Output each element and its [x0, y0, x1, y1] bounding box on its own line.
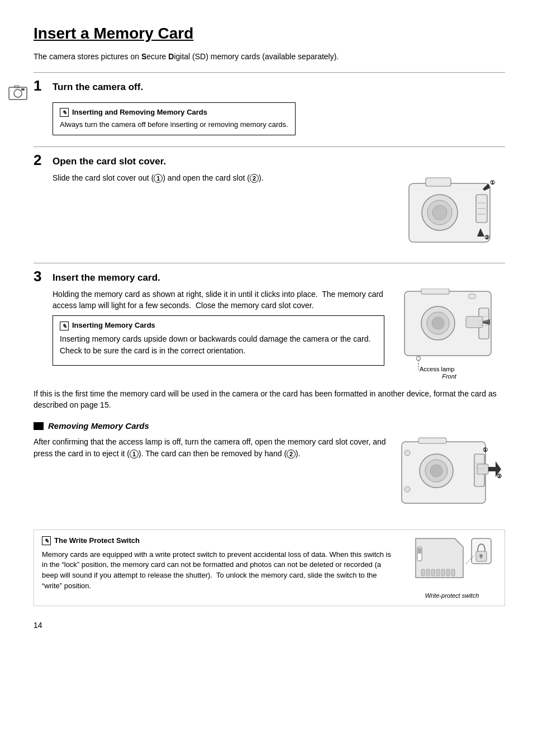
- svg-point-1: [14, 89, 22, 97]
- note-icon-2: ✎: [60, 322, 69, 330]
- svg-text:②: ②: [497, 473, 502, 479]
- svg-point-46: [404, 486, 410, 492]
- step-1-body: ✎ Inserting and Removing Memory Cards Al…: [34, 98, 505, 140]
- step-2-number: 2: [34, 153, 45, 167]
- note-icon-3: ✎: [42, 536, 51, 545]
- step-2-section: 2 Open the card slot cover. Slide the ca…: [34, 147, 505, 256]
- step-1-section: 1 Turn the camera off. ✎ Inserting and R…: [34, 72, 505, 140]
- note-icon: ✎: [60, 108, 69, 117]
- write-protect-text: ✎ The Write Protect Switch Memory cards …: [42, 536, 396, 592]
- step-3-section: 3 Insert the memory card. Holding the me…: [34, 263, 505, 381]
- step-2-image: ① ②: [393, 172, 505, 256]
- svg-rect-18: [421, 289, 449, 294]
- svg-rect-60: [480, 556, 482, 559]
- removing-title: Removing Memory Cards: [34, 420, 505, 432]
- step-3-note: ✎ Inserting Memory Cards Inserting memor…: [53, 315, 384, 365]
- svg-point-36: [430, 465, 442, 477]
- svg-rect-51: [436, 569, 440, 576]
- step-3-note-title: ✎ Inserting Memory Cards: [60, 320, 377, 331]
- step-1-title: Turn the camera off.: [53, 78, 143, 94]
- svg-text:①: ①: [490, 179, 495, 186]
- intro-text: The camera stores pictures on Secure Dig…: [34, 51, 505, 62]
- write-protect-caption: Write-protect switch: [407, 592, 497, 601]
- write-protect-title: ✎ The Write Protect Switch: [42, 536, 396, 546]
- svg-text:②: ②: [484, 234, 489, 240]
- step-1-number: 1: [34, 78, 45, 93]
- svg-rect-23: [466, 316, 483, 328]
- svg-point-31: [416, 356, 421, 361]
- step-3-body: Holding the memory card as shown at righ…: [34, 289, 505, 381]
- svg-rect-48: [421, 569, 425, 576]
- camera-icon: [8, 83, 28, 103]
- step-3-number: 3: [34, 269, 45, 284]
- step-1-note-body: Always turn the camera off before insert…: [60, 120, 288, 130]
- step-3-camera-svg: Access lamp: [396, 289, 502, 375]
- step-3-note-body: Inserting memory cards upside down or ba…: [60, 333, 377, 356]
- svg-rect-49: [426, 569, 430, 576]
- write-protect-image: Write-protect switch: [407, 536, 497, 601]
- write-protect-svg: [410, 536, 494, 586]
- step-2-camera-svg: ① ②: [398, 172, 501, 253]
- step-1-note-title: ✎ Inserting and Removing Memory Cards: [60, 107, 288, 118]
- svg-rect-5: [426, 178, 451, 186]
- step-2-header: 2 Open the card slot cover.: [34, 153, 505, 169]
- removing-text: After confirming that the access lamp is…: [34, 436, 387, 459]
- svg-rect-33: [418, 438, 446, 443]
- svg-point-21: [432, 317, 444, 329]
- svg-text:①: ①: [483, 447, 488, 453]
- svg-point-8: [432, 205, 447, 220]
- step-3-title: Insert the memory card.: [53, 269, 160, 285]
- svg-point-45: [404, 450, 410, 456]
- svg-rect-28: [469, 294, 475, 299]
- step-3-header: 3 Insert the memory card.: [34, 269, 505, 285]
- step-2-body: Slide the card slot cover out (1) and op…: [34, 172, 505, 256]
- step-2-text: Slide the card slot cover out (1) and op…: [53, 172, 384, 188]
- svg-rect-50: [431, 569, 435, 576]
- svg-rect-56: [418, 548, 421, 554]
- svg-rect-53: [446, 569, 450, 576]
- write-protect-body: Memory cards are equipped with a write p…: [42, 550, 396, 592]
- svg-rect-3: [21, 88, 25, 91]
- page-number: 14: [34, 620, 505, 631]
- black-rect-icon: [34, 422, 44, 430]
- step-1-header: 1 Turn the camera off.: [34, 78, 505, 94]
- removing-section: Removing Memory Cards After confirming t…: [34, 420, 505, 521]
- svg-rect-52: [441, 569, 445, 576]
- svg-text:Access lamp: Access lamp: [420, 366, 454, 372]
- info-paragraph: If this is the first time the memory car…: [34, 388, 505, 411]
- page-title: Insert a Memory Card: [34, 22, 505, 45]
- removing-camera-svg: ① ②: [396, 436, 502, 517]
- removing-body: After confirming that the access lamp is…: [34, 436, 505, 520]
- svg-rect-38: [477, 464, 488, 474]
- step-1-note: ✎ Inserting and Removing Memory Cards Al…: [53, 102, 296, 136]
- step-3-image: Access lamp Front: [393, 289, 505, 381]
- step-3-text: Holding the memory card as shown at righ…: [53, 289, 384, 370]
- step-2-title: Open the card slot cover.: [53, 153, 166, 169]
- removing-image: ① ②: [396, 436, 505, 520]
- write-protect-note: ✎ The Write Protect Switch Memory cards …: [34, 530, 505, 607]
- svg-rect-54: [451, 569, 455, 576]
